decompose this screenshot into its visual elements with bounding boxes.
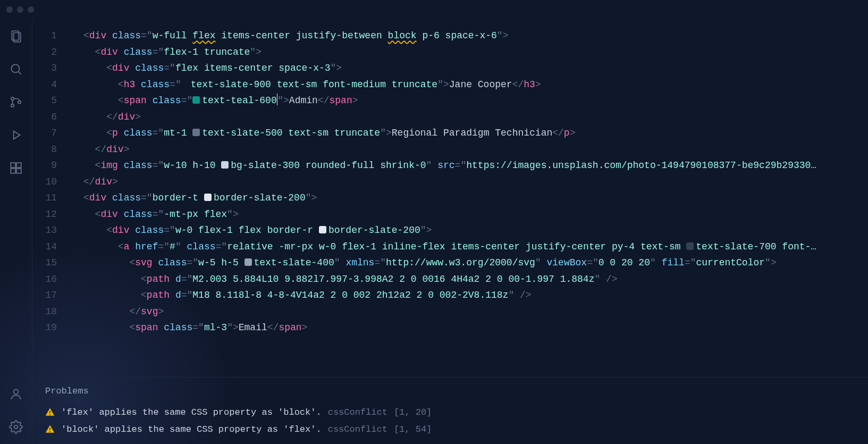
code-token: " — [164, 241, 170, 252]
code-token: flex items-center space-x-3 — [175, 63, 331, 73]
code-token: " — [147, 30, 153, 41]
svg-point-13 — [14, 425, 18, 429]
code-token: < — [83, 192, 89, 203]
code-token: class — [153, 95, 181, 106]
svg-rect-11 — [16, 169, 21, 173]
account-icon[interactable] — [9, 387, 23, 401]
code-line[interactable]: <img class="w-10 h-10 bg-slate-300 round… — [83, 157, 868, 174]
color-swatch-icon — [686, 242, 694, 250]
code-token: " — [158, 209, 164, 220]
code-token: > — [352, 95, 358, 106]
code-line[interactable]: </div> — [83, 109, 868, 125]
problems-panel[interactable]: Problems 'flex' applies the same CSS pro… — [32, 377, 868, 444]
code-token — [83, 274, 141, 284]
code-line[interactable]: </div> — [83, 141, 868, 158]
search-icon[interactable] — [9, 62, 23, 77]
code-token: < — [141, 290, 147, 300]
code-token: flex — [192, 30, 215, 41]
code-line[interactable]: <h3 class="text-slate-900 text-sm font-m… — [83, 77, 868, 93]
code-token: > — [124, 144, 130, 155]
code-token: < — [95, 47, 101, 57]
code-token: > — [158, 306, 164, 317]
problem-item[interactable]: 'flex' applies the same CSS property as … — [45, 404, 855, 421]
line-number: 16 — [32, 271, 62, 288]
code-line[interactable]: <a href="#" class="relative -mr-px w-0 f… — [83, 239, 868, 255]
code-token: " — [170, 63, 175, 73]
color-swatch-icon — [204, 194, 212, 201]
code-token — [656, 257, 662, 268]
code-content[interactable]: <div class="w-full flex items-center jus… — [62, 28, 868, 377]
source-control-icon[interactable] — [9, 95, 23, 110]
traffic-light-zoom[interactable] — [28, 6, 34, 13]
code-token: M2.003 5.884L10 9.882l7.997-3.998A2 2 0 … — [192, 274, 594, 284]
run-debug-icon[interactable] — [9, 128, 23, 143]
code-token: > — [336, 63, 342, 73]
extensions-icon[interactable] — [9, 161, 23, 175]
code-token: > — [503, 30, 509, 41]
color-swatch-icon — [181, 80, 189, 88]
code-token: path — [147, 274, 170, 284]
code-token — [118, 160, 124, 171]
svg-marker-7 — [14, 131, 20, 139]
code-token: border-slate-200 — [214, 192, 306, 203]
code-line[interactable]: <svg class="w-5 h-5 text-slate-400" xmln… — [83, 255, 868, 271]
code-token: </ — [106, 112, 118, 122]
code-token: < — [106, 63, 112, 73]
code-line[interactable]: <div class="flex-1 truncate"> — [83, 44, 868, 61]
problem-item[interactable]: 'block' applies the same CSS property as… — [45, 421, 855, 438]
code-token — [340, 257, 346, 268]
code-token: div — [89, 192, 106, 203]
code-line[interactable]: <div class="-mt-px flex"> — [83, 206, 868, 223]
code-token: class — [112, 30, 141, 41]
code-token: /> — [600, 274, 617, 284]
code-token: border-slate-200 — [328, 225, 420, 236]
code-token: w-full — [153, 30, 193, 41]
traffic-light-minimize[interactable] — [17, 6, 23, 13]
code-line[interactable]: <div class="w-full flex items-center jus… — [83, 28, 868, 44]
code-line[interactable]: <div class="w-0 flex-1 flex border-r bor… — [83, 222, 868, 239]
code-token: = — [216, 241, 222, 252]
code-token: bg-slate-300 rounded-full shrink-0 — [231, 160, 426, 171]
code-token: class — [135, 225, 164, 236]
code-token: Admin — [289, 95, 318, 106]
problem-location: [1, 54] — [394, 424, 432, 434]
code-token: " — [334, 257, 340, 268]
code-token: " — [594, 274, 600, 284]
code-token: > — [302, 322, 308, 333]
problem-location: [1, 20] — [394, 407, 432, 417]
code-token — [432, 160, 437, 171]
code-line[interactable]: <span class="ml-3">Email</span> — [83, 320, 868, 336]
line-number: 4 — [32, 77, 62, 93]
line-number: 15 — [32, 255, 62, 271]
code-token: " — [380, 257, 386, 268]
code-token: h3 — [524, 79, 535, 90]
line-number: 10 — [32, 174, 62, 190]
code-token: " — [227, 322, 233, 333]
code-token: = — [164, 63, 170, 73]
code-token: " — [192, 257, 198, 268]
code-line[interactable]: <div class="flex items-center space-x-3"… — [83, 60, 868, 77]
code-editor[interactable]: 12345678910111213141516171819 <div class… — [32, 19, 868, 377]
code-line[interactable]: </div> — [83, 174, 868, 190]
code-token: https://images.unsplash.com/photo-149479… — [466, 160, 811, 171]
settings-gear-icon[interactable] — [9, 420, 23, 434]
code-token: ml-3 — [204, 322, 227, 333]
svg-point-5 — [11, 104, 14, 107]
code-token: " — [158, 160, 164, 171]
code-token: > — [256, 47, 262, 57]
code-token: " — [175, 241, 181, 252]
code-token: w-5 h-5 — [198, 257, 244, 268]
code-token: < — [106, 128, 112, 138]
code-line[interactable]: <p class="mt-1 text-slate-500 text-sm tr… — [83, 125, 868, 141]
code-line[interactable]: <span class="text-teal-600">Admin</span> — [83, 93, 868, 109]
code-line[interactable]: </svg> — [83, 304, 868, 320]
window-titlebar — [0, 0, 868, 19]
code-line[interactable]: <div class="border-t border-slate-200"> — [83, 190, 868, 206]
explorer-icon[interactable] — [9, 29, 23, 44]
code-token: div — [112, 63, 129, 73]
code-token: > — [771, 257, 777, 268]
traffic-light-close[interactable] — [6, 6, 13, 13]
code-line[interactable]: <path d="M2.003 5.884L10 9.882l7.997-3.9… — [83, 271, 868, 288]
code-token: span — [279, 322, 301, 333]
code-line[interactable]: <path d="M18 8.118l-8 4-8-4V14a2 2 0 002… — [83, 287, 868, 304]
